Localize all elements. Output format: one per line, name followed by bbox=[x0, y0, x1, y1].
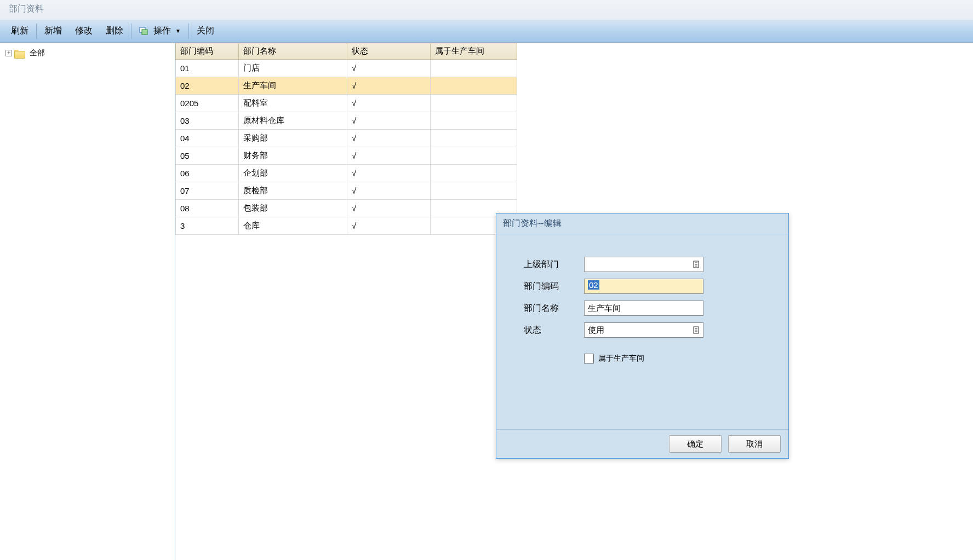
window-title: 部门资料 bbox=[9, 4, 44, 13]
cell-status: √ bbox=[347, 130, 431, 147]
window-title-bar: 部门资料 bbox=[0, 0, 973, 20]
tree-root-label: 全部 bbox=[26, 48, 48, 58]
add-button[interactable]: 新增 bbox=[38, 21, 68, 41]
label-workshop: 属于生产车间 bbox=[598, 354, 644, 363]
form-row-name: 部门名称 bbox=[524, 300, 777, 316]
toolbar: 刷新 新增 修改 删除 操作 ▼ 关闭 bbox=[0, 20, 973, 43]
status-value: 使用 bbox=[585, 324, 691, 337]
cell-code: 03 bbox=[176, 112, 239, 130]
cell-name: 配料室 bbox=[239, 95, 347, 112]
table-row[interactable]: 01门店√ bbox=[176, 60, 517, 77]
cell-status: √ bbox=[347, 217, 431, 235]
cell-code: 3 bbox=[176, 217, 239, 235]
main-area: + 全部 部门编码 部门名称 状态 属于生产车间 01门店√02生产车间√020… bbox=[0, 43, 973, 560]
dialog-body: 上级部门 部门编码 02 部门名称 状态 使用 bbox=[496, 234, 788, 429]
folder-icon bbox=[14, 49, 24, 57]
table-row[interactable]: 0205配料室√ bbox=[176, 95, 517, 112]
cell-code: 08 bbox=[176, 200, 239, 217]
cell-status: √ bbox=[347, 112, 431, 130]
table-row[interactable]: 3仓库√ bbox=[176, 217, 517, 235]
lookup-icon[interactable] bbox=[691, 324, 701, 336]
label-name: 部门名称 bbox=[524, 303, 584, 314]
form-row-workshop: 属于生产车间 bbox=[584, 354, 777, 363]
name-input[interactable] bbox=[584, 301, 703, 316]
cell-code: 01 bbox=[176, 60, 239, 77]
toolbar-separator bbox=[131, 24, 131, 39]
table-row[interactable]: 08包装部√ bbox=[176, 200, 517, 217]
cell-name: 企划部 bbox=[239, 165, 347, 182]
refresh-button[interactable]: 刷新 bbox=[4, 21, 35, 41]
col-header-name[interactable]: 部门名称 bbox=[239, 43, 347, 60]
cell-name: 仓库 bbox=[239, 217, 347, 235]
cell-status: √ bbox=[347, 147, 431, 165]
cell-workshop bbox=[431, 95, 517, 112]
col-header-status[interactable]: 状态 bbox=[347, 43, 431, 60]
cell-code: 0205 bbox=[176, 95, 239, 112]
table-row[interactable]: 04采购部√ bbox=[176, 130, 517, 147]
cell-status: √ bbox=[347, 95, 431, 112]
form-row-code: 部门编码 02 bbox=[524, 278, 777, 295]
parent-value bbox=[585, 263, 691, 265]
cell-status: √ bbox=[347, 165, 431, 182]
cell-workshop bbox=[431, 77, 517, 95]
label-status: 状态 bbox=[524, 325, 584, 336]
table-row[interactable]: 02生产车间√ bbox=[176, 77, 517, 95]
svg-rect-1 bbox=[142, 30, 147, 34]
cell-workshop bbox=[431, 182, 517, 200]
cell-workshop bbox=[431, 165, 517, 182]
parent-lookup[interactable] bbox=[584, 257, 703, 272]
toolbar-separator bbox=[188, 24, 189, 39]
department-grid: 部门编码 部门名称 状态 属于生产车间 01门店√02生产车间√0205配料室√… bbox=[175, 43, 517, 235]
delete-button[interactable]: 删除 bbox=[99, 21, 130, 41]
form-row-parent: 上级部门 bbox=[524, 256, 777, 273]
tree-root-node[interactable]: + 全部 bbox=[5, 46, 169, 60]
cell-name: 包装部 bbox=[239, 200, 347, 217]
cell-status: √ bbox=[347, 182, 431, 200]
tree-panel: + 全部 bbox=[0, 43, 175, 560]
cell-name: 财务部 bbox=[239, 147, 347, 165]
cancel-button[interactable]: 取消 bbox=[728, 435, 781, 453]
cell-status: √ bbox=[347, 77, 431, 95]
form-row-status: 状态 使用 bbox=[524, 322, 777, 338]
lookup-icon[interactable] bbox=[691, 258, 701, 270]
cell-code: 02 bbox=[176, 77, 239, 95]
cell-name: 采购部 bbox=[239, 130, 347, 147]
table-row[interactable]: 03原材料仓库√ bbox=[176, 112, 517, 130]
dialog-title: 部门资料--编辑 bbox=[496, 213, 788, 234]
table-row[interactable]: 07质检部√ bbox=[176, 182, 517, 200]
code-input[interactable]: 02 bbox=[584, 279, 703, 294]
cell-workshop bbox=[431, 112, 517, 130]
cell-workshop bbox=[431, 60, 517, 77]
cell-code: 05 bbox=[176, 147, 239, 165]
cell-name: 原材料仓库 bbox=[239, 112, 347, 130]
toolbar-separator bbox=[36, 24, 37, 39]
edit-dialog: 部门资料--编辑 上级部门 部门编码 02 部门名称 状态 使用 bbox=[496, 213, 789, 459]
cell-workshop bbox=[431, 130, 517, 147]
cell-name: 质检部 bbox=[239, 182, 347, 200]
cell-code: 06 bbox=[176, 165, 239, 182]
cell-status: √ bbox=[347, 60, 431, 77]
status-select[interactable]: 使用 bbox=[584, 322, 703, 338]
cell-name: 生产车间 bbox=[239, 77, 347, 95]
operate-button[interactable]: 操作 ▼ bbox=[133, 21, 187, 41]
table-row[interactable]: 06企划部√ bbox=[176, 165, 517, 182]
edit-button[interactable]: 修改 bbox=[68, 21, 99, 41]
table-row[interactable]: 05财务部√ bbox=[176, 147, 517, 165]
cell-code: 04 bbox=[176, 130, 239, 147]
ok-button[interactable]: 确定 bbox=[669, 435, 722, 453]
label-parent: 上级部门 bbox=[524, 259, 584, 270]
close-button[interactable]: 关闭 bbox=[190, 21, 221, 41]
dropdown-arrow-icon: ▼ bbox=[175, 28, 181, 34]
workshop-checkbox[interactable] bbox=[584, 354, 594, 363]
operate-icon bbox=[139, 27, 149, 36]
dialog-footer: 确定 取消 bbox=[496, 429, 788, 458]
grid-panel: 部门编码 部门名称 状态 属于生产车间 01门店√02生产车间√0205配料室√… bbox=[175, 43, 517, 560]
tree-expand-icon[interactable]: + bbox=[5, 50, 12, 56]
cell-name: 门店 bbox=[239, 60, 347, 77]
code-value: 02 bbox=[588, 280, 599, 290]
cell-status: √ bbox=[347, 200, 431, 217]
col-header-workshop[interactable]: 属于生产车间 bbox=[431, 43, 517, 60]
cell-workshop bbox=[431, 147, 517, 165]
col-header-code[interactable]: 部门编码 bbox=[176, 43, 239, 60]
cell-code: 07 bbox=[176, 182, 239, 200]
